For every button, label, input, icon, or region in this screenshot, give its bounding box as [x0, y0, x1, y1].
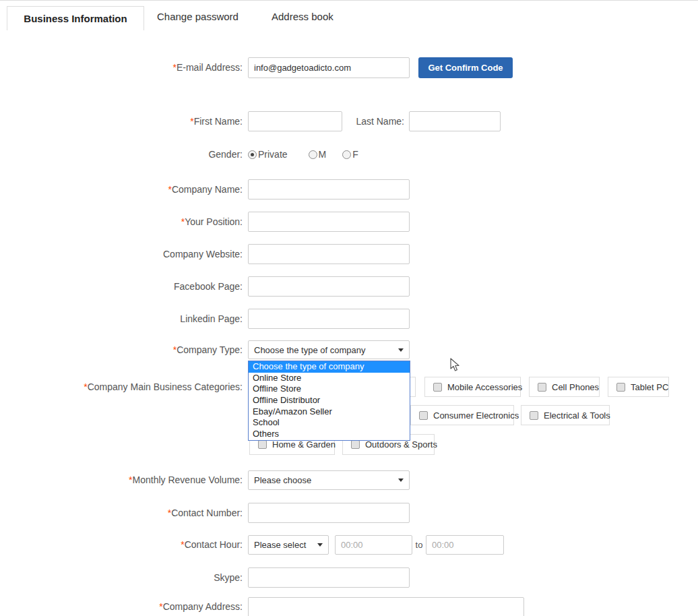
- monthly-revenue-select[interactable]: Please choose: [248, 470, 410, 490]
- category-box[interactable]: Mobile Accessories: [424, 377, 521, 397]
- get-confirm-code-button[interactable]: Get Confirm Code: [418, 57, 513, 78]
- company-type-dropdown-list: Choose the type of company Online Store …: [248, 361, 410, 441]
- checkbox[interactable]: [530, 411, 538, 420]
- company-type-select[interactable]: Choose the type of company: [248, 340, 410, 359]
- chevron-down-icon: [398, 479, 404, 482]
- checkbox[interactable]: [616, 383, 625, 392]
- company-type-label: *Company Type:: [0, 340, 243, 359]
- dropdown-option[interactable]: Others: [249, 429, 410, 440]
- skype-label: Skype:: [0, 567, 243, 588]
- company-website-label: Company Website:: [0, 244, 243, 264]
- business-categories-label: *Company Main Business Categories:: [0, 377, 243, 397]
- contact-hour-from-input[interactable]: [335, 535, 412, 555]
- category-label: Tablet PC: [631, 382, 668, 392]
- category-label: Cell Phones: [552, 382, 599, 392]
- your-position-input[interactable]: [248, 212, 410, 232]
- monthly-revenue-selected-value: Please choose: [254, 475, 311, 485]
- tab-business-information-label: Business Information: [24, 13, 127, 24]
- tab-bar-divider: [0, 0, 698, 1]
- tab-change-password[interactable]: Change password: [157, 11, 239, 22]
- monthly-revenue-label: *Monthly Revenue Volume:: [0, 470, 243, 490]
- gender-label: Gender:: [0, 144, 243, 164]
- checkbox[interactable]: [258, 440, 267, 449]
- company-website-input[interactable]: [248, 244, 410, 264]
- dropdown-option[interactable]: Online Store: [249, 373, 410, 384]
- category-box[interactable]: Tablet PC: [608, 377, 669, 397]
- category-box[interactable]: Consumer Electronics: [410, 405, 514, 425]
- contact-hour-to-input[interactable]: [426, 535, 504, 555]
- gender-radio-m[interactable]: [309, 150, 317, 159]
- checkbox[interactable]: [351, 440, 360, 449]
- company-name-input[interactable]: [248, 179, 410, 199]
- gender-radio-private[interactable]: [248, 150, 257, 159]
- gender-option-label: Private: [258, 149, 288, 160]
- dropdown-option[interactable]: Ebay/Amazon Seller: [249, 406, 410, 418]
- category-label: Consumer Electronics: [433, 410, 519, 421]
- email-input[interactable]: [248, 57, 410, 78]
- contact-number-input[interactable]: [248, 503, 410, 523]
- gender-option-label: M: [319, 149, 327, 160]
- dropdown-option[interactable]: Offline Store: [249, 383, 410, 395]
- category-label: Electrical & Tools: [544, 410, 610, 421]
- facebook-page-input[interactable]: [248, 276, 410, 297]
- tab-address-book[interactable]: Address book: [272, 11, 334, 22]
- last-name-label: Last Name:: [317, 111, 404, 131]
- linkedin-page-input[interactable]: [248, 309, 410, 329]
- category-label: Outdoors & Sports: [365, 439, 437, 450]
- category-box[interactable]: Electrical & Tools: [521, 405, 610, 425]
- company-name-label: *Company Name:: [0, 179, 243, 199]
- email-label: *E-mail Address:: [0, 57, 243, 78]
- facebook-page-label: Facebook Page:: [0, 276, 243, 297]
- mouse-cursor-icon: [450, 358, 460, 372]
- contact-hour-to-text: to: [413, 535, 425, 555]
- dropdown-option[interactable]: Offline Distributor: [249, 395, 410, 406]
- contact-hour-select[interactable]: Please select: [248, 535, 329, 555]
- gender-option-label: F: [352, 149, 358, 160]
- gender-radio-f[interactable]: [342, 150, 351, 159]
- category-label: Home & Garden: [272, 439, 336, 450]
- contact-hour-selected-value: Please select: [254, 540, 306, 550]
- contact-number-label: *Contact Number:: [0, 503, 243, 523]
- chevron-down-icon: [398, 348, 404, 352]
- company-type-selected-value: Choose the type of company: [254, 345, 366, 355]
- tab-business-information[interactable]: Business Information: [7, 6, 144, 30]
- gender-radio-group: Private M F: [248, 146, 358, 163]
- first-name-label: *First Name:: [0, 111, 243, 131]
- contact-hour-label: *Contact Hour:: [0, 535, 243, 555]
- company-address-label: *Company Address:: [0, 600, 243, 613]
- checkbox[interactable]: [538, 383, 546, 392]
- dropdown-option[interactable]: School: [249, 417, 410, 429]
- your-position-label: *Your Position:: [0, 212, 243, 232]
- company-address-textarea[interactable]: [248, 597, 524, 616]
- linkedin-page-label: Linkedin Page:: [0, 309, 243, 329]
- last-name-input[interactable]: [409, 111, 501, 131]
- checkbox[interactable]: [433, 383, 442, 392]
- dropdown-option[interactable]: Choose the type of company: [249, 361, 410, 373]
- chevron-down-icon: [317, 543, 323, 547]
- category-label: Mobile Accessories: [447, 382, 522, 392]
- category-box[interactable]: Cell Phones: [529, 377, 600, 397]
- skype-input[interactable]: [248, 567, 410, 588]
- checkbox[interactable]: [419, 411, 428, 420]
